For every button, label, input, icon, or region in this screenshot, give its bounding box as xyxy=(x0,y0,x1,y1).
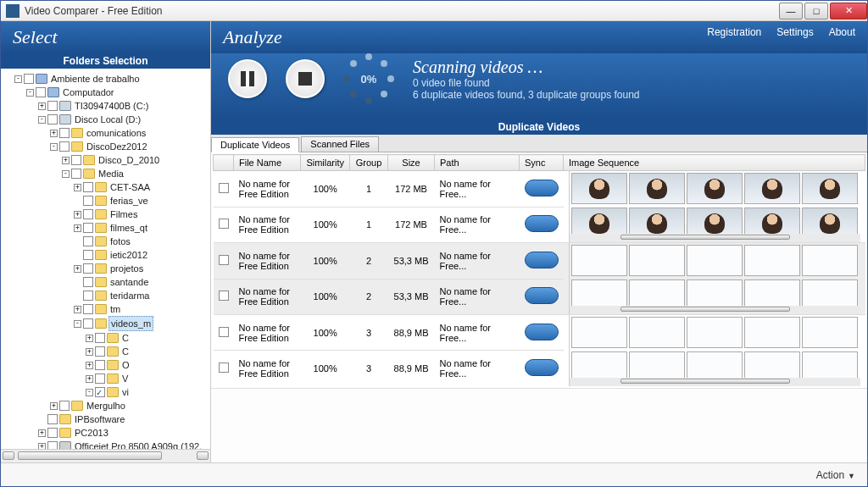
tree-toggle[interactable]: + xyxy=(86,335,93,342)
action-menu[interactable]: Action▼ xyxy=(816,469,855,481)
tree-checkbox[interactable] xyxy=(36,87,46,97)
tree-toggle[interactable]: + xyxy=(74,265,81,273)
tree-toggle[interactable]: + xyxy=(74,211,81,219)
tree-checkbox[interactable] xyxy=(59,141,70,152)
table-row[interactable]: No name for Free Edition 100% 3 88,9 MB … xyxy=(214,315,865,351)
tree-checkbox[interactable] xyxy=(83,304,93,314)
tree-label[interactable]: Filmes xyxy=(108,208,139,221)
tree-checkbox[interactable] xyxy=(95,387,105,397)
sync-button[interactable] xyxy=(525,252,559,268)
sync-button[interactable] xyxy=(525,180,559,196)
tab-scanned-files[interactable]: Scanned Files xyxy=(301,136,379,152)
tree-label[interactable]: Media xyxy=(97,167,125,180)
tree-label[interactable]: vi xyxy=(120,385,131,399)
registration-link[interactable]: Registration xyxy=(707,26,761,38)
tree-toggle[interactable]: - xyxy=(38,116,46,124)
tree-checkbox[interactable] xyxy=(47,414,58,424)
close-button[interactable]: ✕ xyxy=(830,3,867,19)
tree-toggle[interactable]: + xyxy=(62,157,70,164)
tree-label[interactable]: Disco_D_2010 xyxy=(97,153,161,167)
col-image-sequence[interactable]: Image Sequence xyxy=(564,155,865,171)
tree-checkbox[interactable] xyxy=(83,250,93,260)
minimize-button[interactable]: — xyxy=(779,3,803,19)
col-group[interactable]: Group xyxy=(350,155,388,171)
tree-label[interactable]: ietic2012 xyxy=(108,248,149,262)
tree-toggle[interactable]: - xyxy=(62,170,70,178)
sync-button[interactable] xyxy=(525,324,559,340)
tree-checkbox[interactable] xyxy=(83,236,93,246)
tree-toggle[interactable]: + xyxy=(38,443,46,450)
tree-label[interactable]: teridarma xyxy=(108,289,151,302)
row-checkbox[interactable] xyxy=(219,291,229,301)
col-similarity[interactable]: Similarity xyxy=(301,155,350,171)
tree-checkbox[interactable] xyxy=(47,441,58,449)
table-row[interactable]: No name for Free Edition 100% 2 53,3 MB … xyxy=(214,243,865,279)
sync-button[interactable] xyxy=(525,287,559,304)
tree-toggle[interactable]: - xyxy=(86,389,93,396)
tree-toggle[interactable]: - xyxy=(14,75,22,83)
tree-h-scrollbar[interactable] xyxy=(1,449,210,462)
pause-button[interactable] xyxy=(228,59,267,98)
tree-checkbox[interactable] xyxy=(24,74,34,84)
tree-label[interactable]: ferias_ve xyxy=(108,194,150,208)
row-checkbox[interactable] xyxy=(219,327,229,337)
tree-label[interactable]: TI30947400B (C:) xyxy=(73,99,150,113)
tree-toggle[interactable]: - xyxy=(50,143,58,151)
tree-toggle[interactable]: + xyxy=(86,348,93,356)
tree-label[interactable]: Computador xyxy=(61,86,116,99)
tree-label[interactable]: Mergulho xyxy=(85,399,127,412)
tree-checkbox[interactable] xyxy=(83,291,93,301)
sequence-h-scrollbar[interactable] xyxy=(570,234,860,242)
tree-label[interactable]: O xyxy=(120,358,131,372)
tree-label[interactable]: filmes_qt xyxy=(108,221,149,235)
tree-label[interactable]: DiscoDez2012 xyxy=(85,140,149,153)
table-row[interactable]: No name for Free Edition 100% 1 172 MB N… xyxy=(214,171,865,208)
tree-checkbox[interactable] xyxy=(83,182,93,192)
col-path[interactable]: Path xyxy=(435,155,520,171)
tree-checkbox[interactable] xyxy=(83,223,93,233)
tree-toggle[interactable]: + xyxy=(74,184,81,191)
scroll-right-icon[interactable] xyxy=(197,451,209,460)
tree-label[interactable]: santande xyxy=(108,275,150,289)
tree-label[interactable]: C xyxy=(120,345,131,358)
sequence-h-scrollbar[interactable] xyxy=(570,306,860,314)
tab-duplicate-videos[interactable]: Duplicate Videos xyxy=(211,137,299,152)
tree-label[interactable]: CET-SAA xyxy=(108,180,152,194)
tree-label[interactable]: Officejet Pro 8500 A909g (192. xyxy=(73,440,203,449)
tree-label[interactable]: tm xyxy=(108,302,122,316)
tree-label[interactable]: Ambiente de trabalho xyxy=(49,72,142,86)
tree-checkbox[interactable] xyxy=(83,277,93,287)
sync-button[interactable] xyxy=(525,359,559,376)
col-sync[interactable]: Sync xyxy=(520,155,564,171)
col-filename[interactable]: File Name xyxy=(234,155,301,171)
tree-checkbox[interactable] xyxy=(83,318,93,329)
row-checkbox[interactable] xyxy=(219,362,229,373)
tree-checkbox[interactable] xyxy=(71,169,81,179)
tree-label[interactable]: PC2013 xyxy=(73,426,110,440)
tree-toggle[interactable]: + xyxy=(86,362,93,369)
tree-toggle[interactable]: + xyxy=(74,306,81,313)
row-checkbox[interactable] xyxy=(219,219,229,229)
tree-checkbox[interactable] xyxy=(95,333,105,343)
tree-checkbox[interactable] xyxy=(59,128,70,138)
tree-label[interactable]: projetos xyxy=(108,262,145,275)
tree-label[interactable]: V xyxy=(120,372,130,385)
tree-toggle[interactable]: - xyxy=(26,89,34,97)
col-size[interactable]: Size xyxy=(388,155,435,171)
tree-label[interactable]: Disco Local (D:) xyxy=(73,113,142,126)
sync-button[interactable] xyxy=(525,215,559,232)
folder-tree[interactable]: -Ambiente de trabalho -Computador +TI309… xyxy=(1,69,210,449)
tree-checkbox[interactable] xyxy=(95,374,105,384)
sequence-h-scrollbar[interactable] xyxy=(570,378,860,386)
tree-checkbox[interactable] xyxy=(83,196,93,206)
tree-checkbox[interactable] xyxy=(83,263,93,274)
tree-toggle[interactable]: - xyxy=(74,320,81,328)
tree-label[interactable]: C xyxy=(120,331,131,345)
scroll-left-icon[interactable] xyxy=(3,451,14,460)
tree-toggle[interactable]: + xyxy=(50,130,58,137)
tree-checkbox[interactable] xyxy=(47,114,58,125)
tree-label[interactable]: fotos xyxy=(108,235,132,248)
scroll-thumb[interactable] xyxy=(18,451,162,460)
tree-toggle[interactable]: + xyxy=(38,102,46,110)
tree-checkbox[interactable] xyxy=(59,401,70,411)
